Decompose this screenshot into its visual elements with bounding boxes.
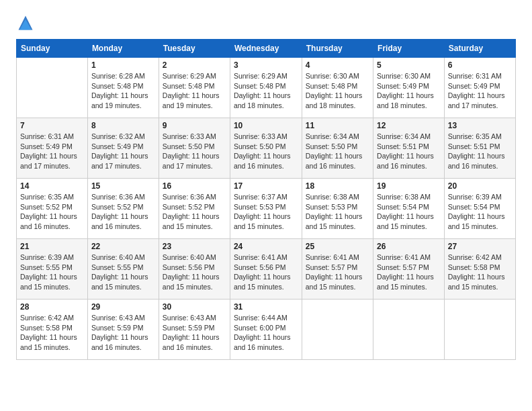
cell-sun-info: Sunrise: 6:35 AMSunset: 5:51 PMDaylight:… [448,132,512,171]
calendar-cell: 9Sunrise: 6:33 AMSunset: 5:50 PMDaylight… [159,118,230,179]
cell-sun-info: Sunrise: 6:43 AMSunset: 5:59 PMDaylight:… [163,313,226,353]
calendar-table: SundayMondayTuesdayWednesdayThursdayFrid… [16,39,516,360]
cell-sun-info: Sunrise: 6:40 AMSunset: 5:56 PMDaylight:… [163,253,226,292]
cell-day-number: 20 [448,181,512,191]
calendar-cell: 10Sunrise: 6:33 AMSunset: 5:50 PMDayligh… [230,118,302,179]
cell-day-number: 5 [377,60,441,70]
calendar-cell [17,58,88,118]
cell-day-number: 15 [91,181,155,191]
calendar-cell: 15Sunrise: 6:36 AMSunset: 5:52 PMDayligh… [87,179,159,239]
cell-sun-info: Sunrise: 6:33 AMSunset: 5:50 PMDaylight:… [163,132,226,171]
calendar-row: 14Sunrise: 6:35 AMSunset: 5:52 PMDayligh… [17,179,516,239]
calendar-cell: 16Sunrise: 6:36 AMSunset: 5:52 PMDayligh… [159,179,230,239]
cell-day-number: 28 [20,302,84,312]
page-header [16,13,516,32]
cell-sun-info: Sunrise: 6:41 AMSunset: 5:57 PMDaylight:… [377,253,441,292]
calendar-cell [373,300,445,360]
cell-sun-info: Sunrise: 6:36 AMSunset: 5:52 PMDaylight:… [91,192,155,232]
cell-sun-info: Sunrise: 6:40 AMSunset: 5:55 PMDaylight:… [91,253,155,292]
calendar-cell: 18Sunrise: 6:38 AMSunset: 5:53 PMDayligh… [302,179,373,239]
calendar-cell: 17Sunrise: 6:37 AMSunset: 5:53 PMDayligh… [230,179,302,239]
weekday-header: Thursday [302,40,373,58]
cell-sun-info: Sunrise: 6:38 AMSunset: 5:53 PMDaylight:… [306,192,369,232]
cell-sun-info: Sunrise: 6:39 AMSunset: 5:54 PMDaylight:… [448,192,512,232]
calendar-cell: 4Sunrise: 6:30 AMSunset: 5:48 PMDaylight… [302,58,373,118]
calendar-cell: 19Sunrise: 6:38 AMSunset: 5:54 PMDayligh… [373,179,445,239]
weekday-header: Wednesday [230,40,302,58]
calendar-row: 7Sunrise: 6:31 AMSunset: 5:49 PMDaylight… [17,118,516,179]
calendar-cell: 12Sunrise: 6:34 AMSunset: 5:51 PMDayligh… [373,118,445,179]
cell-sun-info: Sunrise: 6:35 AMSunset: 5:52 PMDaylight:… [20,192,84,232]
cell-day-number: 11 [306,121,369,130]
cell-day-number: 1 [91,60,155,70]
cell-day-number: 22 [91,242,155,251]
calendar-cell: 25Sunrise: 6:41 AMSunset: 5:57 PMDayligh… [302,239,373,300]
calendar-cell: 24Sunrise: 6:41 AMSunset: 5:56 PMDayligh… [230,239,302,300]
cell-sun-info: Sunrise: 6:42 AMSunset: 5:58 PMDaylight:… [20,313,84,353]
cell-day-number: 9 [163,121,226,130]
cell-sun-info: Sunrise: 6:36 AMSunset: 5:52 PMDaylight:… [163,192,226,232]
calendar-cell: 14Sunrise: 6:35 AMSunset: 5:52 PMDayligh… [17,179,88,239]
logo-icon [16,13,35,32]
cell-day-number: 14 [20,181,84,191]
cell-sun-info: Sunrise: 6:34 AMSunset: 5:50 PMDaylight:… [306,132,369,171]
cell-day-number: 19 [377,181,441,191]
calendar-row: 28Sunrise: 6:42 AMSunset: 5:58 PMDayligh… [17,300,516,360]
cell-day-number: 4 [306,60,369,70]
cell-sun-info: Sunrise: 6:42 AMSunset: 5:58 PMDaylight:… [448,253,512,292]
calendar-cell: 6Sunrise: 6:31 AMSunset: 5:49 PMDaylight… [444,58,515,118]
cell-sun-info: Sunrise: 6:31 AMSunset: 5:49 PMDaylight:… [448,71,512,111]
calendar-row: 21Sunrise: 6:39 AMSunset: 5:55 PMDayligh… [17,239,516,300]
calendar-cell: 29Sunrise: 6:43 AMSunset: 5:59 PMDayligh… [87,300,159,360]
calendar-row: 1Sunrise: 6:28 AMSunset: 5:48 PMDaylight… [17,58,516,118]
cell-day-number: 10 [234,121,298,130]
calendar-cell: 20Sunrise: 6:39 AMSunset: 5:54 PMDayligh… [444,179,515,239]
cell-day-number: 3 [234,60,298,70]
weekday-header: Tuesday [159,40,230,58]
cell-day-number: 6 [448,60,512,70]
cell-sun-info: Sunrise: 6:28 AMSunset: 5:48 PMDaylight:… [91,71,155,111]
calendar-cell: 11Sunrise: 6:34 AMSunset: 5:50 PMDayligh… [302,118,373,179]
calendar-cell: 28Sunrise: 6:42 AMSunset: 5:58 PMDayligh… [17,300,88,360]
cell-day-number: 12 [377,121,441,130]
cell-day-number: 25 [306,242,369,251]
cell-day-number: 23 [163,242,226,251]
calendar-cell: 31Sunrise: 6:44 AMSunset: 6:00 PMDayligh… [230,300,302,360]
cell-sun-info: Sunrise: 6:32 AMSunset: 5:49 PMDaylight:… [91,132,155,171]
cell-sun-info: Sunrise: 6:30 AMSunset: 5:48 PMDaylight:… [306,71,369,111]
cell-day-number: 18 [306,181,369,191]
cell-day-number: 16 [163,181,226,191]
calendar-cell: 7Sunrise: 6:31 AMSunset: 5:49 PMDaylight… [17,118,88,179]
weekday-header: Saturday [444,40,515,58]
cell-sun-info: Sunrise: 6:34 AMSunset: 5:51 PMDaylight:… [377,132,441,171]
cell-sun-info: Sunrise: 6:39 AMSunset: 5:55 PMDaylight:… [20,253,84,292]
cell-day-number: 21 [20,242,84,251]
cell-day-number: 8 [91,121,155,130]
calendar-cell [444,300,515,360]
weekday-header: Monday [87,40,159,58]
calendar-cell: 13Sunrise: 6:35 AMSunset: 5:51 PMDayligh… [444,118,515,179]
logo [16,13,38,32]
cell-sun-info: Sunrise: 6:41 AMSunset: 5:56 PMDaylight:… [234,253,298,292]
calendar-cell [302,300,373,360]
cell-sun-info: Sunrise: 6:29 AMSunset: 5:48 PMDaylight:… [163,71,226,111]
weekday-header: Friday [373,40,445,58]
calendar-cell: 26Sunrise: 6:41 AMSunset: 5:57 PMDayligh… [373,239,445,300]
calendar-cell: 5Sunrise: 6:30 AMSunset: 5:49 PMDaylight… [373,58,445,118]
cell-day-number: 26 [377,242,441,251]
cell-sun-info: Sunrise: 6:33 AMSunset: 5:50 PMDaylight:… [234,132,298,171]
cell-day-number: 29 [91,302,155,312]
cell-day-number: 7 [20,121,84,130]
cell-day-number: 27 [448,242,512,251]
cell-sun-info: Sunrise: 6:44 AMSunset: 6:00 PMDaylight:… [234,313,298,353]
calendar-cell: 23Sunrise: 6:40 AMSunset: 5:56 PMDayligh… [159,239,230,300]
calendar-cell: 30Sunrise: 6:43 AMSunset: 5:59 PMDayligh… [159,300,230,360]
cell-sun-info: Sunrise: 6:37 AMSunset: 5:53 PMDaylight:… [234,192,298,232]
calendar-cell: 27Sunrise: 6:42 AMSunset: 5:58 PMDayligh… [444,239,515,300]
weekday-header: Sunday [17,40,88,58]
cell-day-number: 31 [234,302,298,312]
calendar-cell: 22Sunrise: 6:40 AMSunset: 5:55 PMDayligh… [87,239,159,300]
calendar-header-row: SundayMondayTuesdayWednesdayThursdayFrid… [17,40,516,58]
cell-sun-info: Sunrise: 6:29 AMSunset: 5:48 PMDaylight:… [234,71,298,111]
cell-day-number: 2 [163,60,226,70]
